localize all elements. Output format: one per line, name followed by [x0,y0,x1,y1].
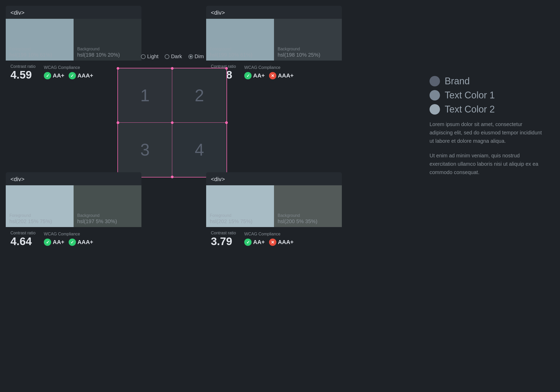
top-right-aa-badge: ✓ AA+ [244,72,265,79]
cell-2-label: 2 [195,86,204,105]
top-right-fg-swatch: Foreground hsl(199 10% 61%) [206,19,274,61]
handle-left-mid[interactable] [117,121,119,124]
bottom-right-swatches: Foreground hsl(202 15% 75%) Background h… [206,185,342,227]
handle-mid-bottom[interactable] [171,176,174,178]
bottom-right-contrast: Contrast ratio 3.79 [211,231,236,247]
right-panel: Brand Text Color 1 Text Color 2 Lorem ip… [430,76,544,183]
top-left-fg-value: hsl(199 10% 61%) [9,52,52,58]
bottom-right-badges: ✓ AA+ ✕ AAA+ [244,239,294,246]
bottom-left-fg-value: hsl(202 15% 75%) [9,218,52,224]
bottom-left-bg-swatch: Background hsl(197 5% 30%) [74,185,141,227]
aaa-pass-icon-bl: ✓ [69,239,76,246]
bottom-right-bg-value: hsl(200 5% 35%) [278,218,317,224]
body-paragraph-1: Lorem ipsum dolor sit amet, consectetur … [430,120,544,145]
top-left-ratio: 4.59 [10,69,35,80]
theme-dim-option[interactable]: Dim [188,54,204,60]
bottom-left-stats: Contrast ratio 4.64 WCAG Compliance ✓ AA… [6,227,141,251]
bottom-right-fg-value: hsl(202 15% 75%) [210,218,252,224]
bottom-right-aaa-badge: ✕ AAA+ [269,239,294,246]
handle-tl[interactable] [117,67,119,70]
bg-label: Background [77,47,120,51]
canvas-area: 1 2 3 4 [117,68,227,177]
top-left-badges: ✓ AA+ ✓ AAA+ [44,72,93,79]
bottom-right-aa-badge: ✓ AA+ [244,239,265,246]
top-right-fg-value: hsl(199 10% 61%) [210,52,252,58]
theme-dim-label: Dim [195,54,204,60]
bottom-left-badges: ✓ AA+ ✓ AAA+ [44,239,93,246]
handle-mid-top[interactable] [171,67,174,70]
aa-pass-icon-br: ✓ [244,239,252,246]
body-paragraph-2: Ut enim ad minim veniam, quis nostrud ex… [430,151,544,176]
top-left-wcag: WCAG Compliance ✓ AA+ ✓ AAA+ [44,65,93,79]
grid-cell-2: 2 [172,68,227,123]
legend-text2: Text Color 2 [430,104,544,115]
aa-pass-icon-tr: ✓ [244,72,252,79]
top-right-bg-swatch: Background hsl(198 10% 25%) [274,19,342,61]
top-left-aaa-badge: ✓ AAA+ [69,72,93,79]
bg-label-br: Background [278,213,317,218]
top-left-tag: <div> [6,6,141,19]
theme-dark-radio[interactable] [165,54,169,59]
handle-center[interactable] [171,121,174,124]
handle-tr[interactable] [225,67,228,70]
cell-3-label: 3 [140,140,150,159]
bottom-left-wcag: WCAG Compliance ✓ AA+ ✓ AAA+ [44,232,93,246]
top-left-aa-badge: ✓ AA+ [44,72,64,79]
fg-label-br: Foreground [210,213,252,218]
top-right-bg-value: hsl(198 10% 25%) [278,52,320,58]
legend-text1: Text Color 1 [430,90,544,101]
bottom-left-aa-badge: ✓ AA+ [44,239,64,246]
aaa-fail-icon-tr: ✕ [269,72,276,79]
theme-selector: Light Dark Dim [141,54,204,60]
bottom-right-bg-swatch: Background hsl(200 5% 35%) [274,185,342,227]
theme-dim-radio[interactable] [188,54,193,59]
grid-cell-3: 3 [118,123,172,177]
top-left-swatches: Foreground hsl(199 10% 61%) Background h… [6,19,141,61]
theme-light-label: Light [147,54,158,60]
theme-light-radio[interactable] [141,54,146,59]
top-left-bg-swatch: Background hsl(198 10% 20%) [74,19,141,61]
top-right-badges: ✓ AA+ ✕ AAA+ [244,72,294,79]
bottom-right-tag: <div> [206,172,342,185]
theme-dark-option[interactable]: Dark [165,54,182,60]
bottom-left-tag: <div> [6,172,141,185]
fg-label-tr: Foreground [210,47,252,51]
bottom-left-bg-value: hsl(197 5% 30%) [77,218,117,224]
grid-cell-1: 1 [118,68,172,123]
fg-label-bl: Foreground [9,213,52,218]
top-right-wcag: WCAG Compliance ✓ AA+ ✕ AAA+ [244,65,294,79]
bottom-right-stats: Contrast ratio 3.79 WCAG Compliance ✓ AA… [206,227,342,251]
top-left-contrast: Contrast ratio 4.59 [10,64,35,80]
bottom-left-ratio: 4.64 [10,236,35,247]
bottom-right-ratio: 3.79 [211,236,236,247]
aaa-fail-icon-br: ✕ [269,239,276,246]
handle-right-mid[interactable] [225,121,228,124]
grid-cell-4: 4 [172,123,227,177]
bottom-left-fg-swatch: Foreground hsl(202 15% 75%) [6,185,74,227]
bg-label-tr: Background [278,47,320,51]
grid-container: 1 2 3 4 [117,68,227,177]
top-right-aaa-badge: ✕ AAA+ [269,72,294,79]
aa-pass-icon: ✓ [44,72,51,79]
bottom-left-contrast: Contrast ratio 4.64 [10,231,35,247]
theme-light-option[interactable]: Light [141,54,158,60]
top-right-swatches: Foreground hsl(199 10% 61%) Background h… [206,19,342,61]
top-right-tag: <div> [206,6,342,19]
bottom-right-fg-swatch: Foreground hsl(202 15% 75%) [206,185,274,227]
bottom-right-wcag: WCAG Compliance ✓ AA+ ✕ AAA+ [244,232,294,246]
brand-label: Brand [445,76,470,87]
bottom-right-card: <div> Foreground hsl(202 15% 75%) Backgr… [206,172,342,251]
body-text-area: Lorem ipsum dolor sit amet, consectetur … [430,120,544,176]
aa-pass-icon-bl: ✓ [44,239,51,246]
brand-dot [430,76,440,86]
fg-label: Foreground [9,47,52,51]
text1-label: Text Color 1 [445,90,495,101]
top-left-fg-swatch: Foreground hsl(199 10% 61%) [6,19,74,61]
cell-4-label: 4 [195,140,204,159]
theme-dark-label: Dark [171,54,182,60]
bg-label-bl: Background [77,213,117,218]
aaa-pass-icon: ✓ [69,72,76,79]
text2-label: Text Color 2 [445,104,495,115]
cell-1-label: 1 [140,86,150,105]
text2-dot [430,104,440,115]
